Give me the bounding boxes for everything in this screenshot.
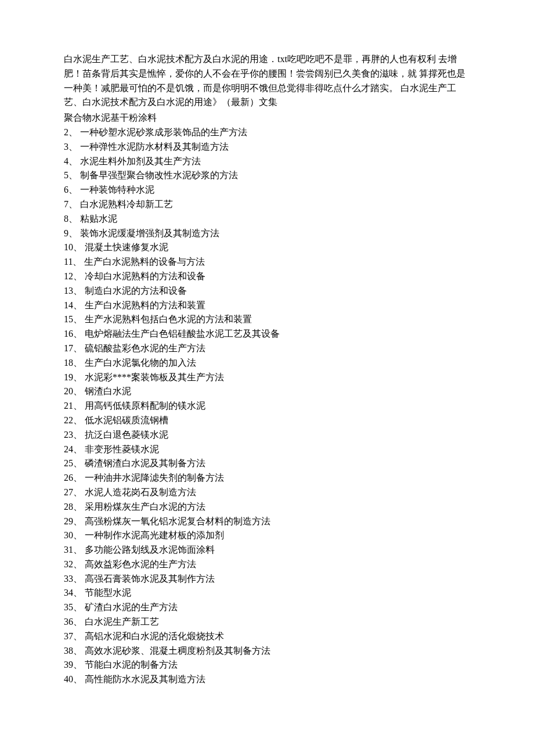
list-item: 36、 白水泥生产新工艺 <box>64 615 470 629</box>
list-item: 3、 一种弹性水泥防水材料及其制造方法 <box>64 140 470 154</box>
list-item: 5、 制备早强型聚合物改性水泥砂浆的方法 <box>64 168 470 183</box>
numbered-list: 2、 一种砂塑水泥砂浆成形装饰品的生产方法3、 一种弹性水泥防水材料及其制造方法… <box>64 125 470 687</box>
list-item: 7、 白水泥熟料冷却新工艺 <box>64 197 470 212</box>
list-item: 27、 水泥人造花岗石及制造方法 <box>64 485 470 500</box>
list-item: 37、 高铝水泥和白水泥的活化煅烧技术 <box>64 629 470 644</box>
list-item: 21、 用高钙低镁原料配制的镁水泥 <box>64 399 470 413</box>
list-item: 9、 装饰水泥缓凝增强剂及其制造方法 <box>64 226 470 241</box>
list-item: 19、 水泥彩****案装饰板及其生产方法 <box>64 370 470 385</box>
list-item: 11、 生产白水泥熟料的设备与方法 <box>64 255 470 269</box>
list-item: 16、 电炉熔融法生产白色铝硅酸盐水泥工艺及其设备 <box>64 327 470 341</box>
list-item: 30、 一种制作水泥高光建材板的添加剂 <box>64 528 470 543</box>
list-item: 12、 冷却白水泥熟料的方法和设备 <box>64 269 470 284</box>
list-item: 20、 钢渣白水泥 <box>64 384 470 399</box>
list-item: 6、 一种装饰特种水泥 <box>64 183 470 197</box>
list-item: 28、 采用粉煤灰生产白水泥的方法 <box>64 500 470 514</box>
list-item: 14、 生产白水泥熟料的方法和装置 <box>64 298 470 313</box>
list-item: 26、 一种油井水泥降滤失剂的制备方法 <box>64 471 470 485</box>
list-item: 17、 硫铝酸盐彩色水泥的生产方法 <box>64 341 470 356</box>
list-item: 39、 节能白水泥的制备方法 <box>64 658 470 672</box>
list-item: 22、 低水泥铝碳质流钢槽 <box>64 413 470 428</box>
list-item: 29、 高强粉煤灰一氧化铝水泥复合材料的制造方法 <box>64 514 470 529</box>
list-item: 15、 生产水泥熟料包括白色水泥的方法和装置 <box>64 312 470 327</box>
list-item: 23、 抗泛白退色菱镁水泥 <box>64 428 470 442</box>
list-item: 35、 矿渣白水泥的生产方法 <box>64 600 470 615</box>
list-item: 33、 高强石膏装饰水泥及其制作方法 <box>64 572 470 586</box>
list-item: 10、 混凝土快速修复水泥 <box>64 240 470 255</box>
list-item: 4、 水泥生料外加剂及其生产方法 <box>64 154 470 169</box>
first-list-item: 聚合物水泥基干粉涂料 <box>64 111 470 125</box>
list-item: 13、 制造白水泥的方法和设备 <box>64 284 470 298</box>
list-item: 2、 一种砂塑水泥砂浆成形装饰品的生产方法 <box>64 125 470 140</box>
list-item: 24、 非变形性菱镁水泥 <box>64 442 470 457</box>
list-item: 34、 节能型水泥 <box>64 586 470 600</box>
list-item: 8、 粘贴水泥 <box>64 212 470 226</box>
list-item: 25、 磷渣钢渣白水泥及其制备方法 <box>64 456 470 471</box>
list-item: 40、 高性能防水水泥及其制造方法 <box>64 672 470 687</box>
list-item: 31、 多功能公路划线及水泥饰面涂料 <box>64 543 470 557</box>
list-item: 38、 高效水泥砂浆、混凝土稠度粉剂及其制备方法 <box>64 644 470 658</box>
list-item: 18、 生产白水泥氯化物的加入法 <box>64 356 470 370</box>
list-item: 32、 高效益彩色水泥的生产方法 <box>64 557 470 572</box>
intro-paragraph: 白水泥生产工艺、白水泥技术配方及白水泥的用途．txt吃吧吃吧不是罪，再胖的人也有… <box>64 52 470 110</box>
